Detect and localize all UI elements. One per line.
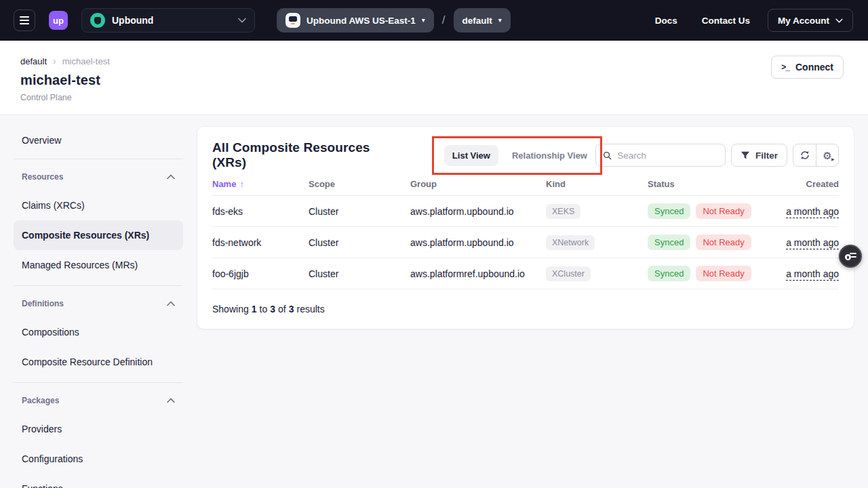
table-row[interactable]: foo-6jgjb Cluster aws.platformref.upboun… [212, 258, 839, 289]
my-account-dropdown[interactable]: My Account [768, 9, 853, 32]
organization-dropdown[interactable]: Upbound [81, 8, 255, 33]
group-dropdown[interactable]: default ▾ [454, 8, 511, 33]
page-header: default › michael-test michael-test Cont… [0, 41, 868, 115]
created-tooltip-text[interactable]: a month ago [786, 206, 839, 217]
search-input[interactable] [617, 150, 718, 161]
recorder-list-icon [845, 252, 856, 260]
created-tooltip-text[interactable]: a month ago [786, 268, 839, 279]
chevron-down-icon [238, 18, 246, 23]
column-header-name[interactable]: Name ↑ [212, 179, 309, 189]
sidebar-item-compositions[interactable]: Compositions [14, 317, 183, 347]
cell-name[interactable]: fds-network [212, 237, 309, 248]
kind-badge: XNetwork [546, 235, 595, 250]
tab-list-view[interactable]: List View [444, 145, 498, 166]
breadcrumb-default[interactable]: default [20, 56, 47, 66]
panel-toolbar: Filter ⚙ [595, 144, 839, 167]
top-navigation-bar: up Upbound Upbound AWS US-East-1 ▾ / def… [0, 0, 868, 41]
kind-badge: XCluster [546, 266, 591, 281]
page-title: michael-test [20, 73, 844, 88]
summary-from: 1 [252, 304, 257, 314]
status-badge-synced: Synced [648, 203, 690, 219]
refresh-controls: ⚙ [793, 144, 839, 167]
column-header-status[interactable]: Status [648, 179, 776, 189]
cell-group: aws.platform.upbound.io [410, 206, 546, 217]
sidebar-section-packages[interactable]: Packages [14, 387, 183, 414]
menu-icon[interactable] [14, 9, 35, 31]
filter-label: Filter [755, 150, 778, 161]
organization-avatar-icon [90, 13, 105, 28]
status-badge-not-ready: Not Ready [696, 235, 751, 250]
cell-group: aws.platform.upbound.io [410, 237, 546, 248]
column-header-scope[interactable]: Scope [309, 179, 410, 189]
refresh-button[interactable] [793, 144, 816, 166]
chevron-up-icon [167, 398, 175, 403]
summary-text: to [260, 304, 268, 314]
filter-button[interactable]: Filter [731, 144, 787, 167]
tab-relationship-view[interactable]: Relationship View [504, 145, 595, 166]
cell-name[interactable]: foo-6jgjb [212, 268, 309, 279]
my-account-label: My Account [778, 16, 829, 26]
feedback-widget-button[interactable] [839, 245, 862, 268]
breadcrumb: default › michael-test [20, 56, 844, 66]
created-tooltip-text[interactable]: a month ago [786, 237, 839, 248]
connect-label: Connect [795, 62, 833, 73]
cell-created: a month ago [776, 237, 839, 248]
refresh-icon [800, 150, 810, 161]
cell-group: aws.platformref.upbound.io [410, 268, 546, 279]
sidebar-item-composite-resources-xrs[interactable]: Composite Resources (XRs) [14, 220, 183, 250]
upbound-logo[interactable]: up [49, 11, 68, 30]
sidebar-section-definitions[interactable]: Definitions [14, 290, 183, 317]
organization-name: Upbound [112, 15, 231, 26]
search-icon [603, 150, 612, 161]
sidebar-item-configurations[interactable]: Configurations [14, 444, 183, 474]
sidebar-section-label: Packages [22, 396, 59, 405]
view-toggle: List View Relationship View [444, 145, 595, 166]
sidebar: Overview Resources Claims (XRCs) Composi… [14, 126, 183, 488]
cell-name[interactable]: fds-eks [212, 206, 309, 217]
column-header-created[interactable]: Created [776, 179, 839, 189]
connect-button[interactable]: >_ Connect [771, 56, 844, 79]
sidebar-item-overview[interactable]: Overview [14, 127, 183, 153]
cell-scope: Cluster [309, 237, 410, 248]
cell-status: Synced Not Ready [648, 266, 776, 281]
sidebar-item-managed-resources-mrs[interactable]: Managed Resources (MRs) [14, 250, 183, 280]
table-row[interactable]: fds-eks Cluster aws.platform.upbound.io … [212, 196, 839, 227]
sidebar-divider [14, 285, 183, 286]
table-header: Name ↑ Scope Group Kind Status Created [212, 173, 839, 196]
summary-total: 3 [289, 304, 294, 314]
sidebar-item-functions[interactable]: Functions [14, 474, 183, 488]
cell-scope: Cluster [309, 206, 410, 217]
control-plane-dropdown[interactable]: Upbound AWS US-East-1 ▾ [277, 8, 434, 33]
search-box [595, 144, 726, 167]
panel-header: All Composite Resources (XRs) List View … [212, 140, 839, 170]
cell-status: Synced Not Ready [648, 203, 776, 219]
panel-title: All Composite Resources (XRs) [212, 140, 397, 170]
page-subtitle: Control Plane [20, 93, 844, 102]
gear-play-icon: ⚙ [823, 150, 831, 161]
docs-link[interactable]: Docs [655, 16, 677, 26]
control-plane-icon [285, 13, 300, 28]
contact-us-link[interactable]: Contact Us [702, 16, 750, 26]
group-name: default [462, 16, 492, 26]
sidebar-item-composite-resource-definition[interactable]: Composite Resource Definition [14, 347, 183, 377]
column-header-group[interactable]: Group [410, 179, 546, 189]
chevron-down-icon [835, 18, 843, 23]
cell-status: Synced Not Ready [648, 235, 776, 250]
column-header-kind[interactable]: Kind [546, 179, 648, 189]
table-row[interactable]: fds-network Cluster aws.platform.upbound… [212, 227, 839, 258]
auto-refresh-settings-button[interactable]: ⚙ [816, 144, 838, 166]
summary-text: of [278, 304, 286, 314]
sidebar-section-label: Resources [22, 172, 63, 182]
status-badge-synced: Synced [648, 266, 690, 281]
summary-text: Showing [212, 304, 249, 314]
funnel-icon [741, 151, 750, 160]
breadcrumb-michael-test: michael-test [62, 56, 110, 66]
sidebar-section-label: Definitions [22, 299, 64, 308]
terminal-icon: >_ [781, 62, 789, 72]
sidebar-section-resources[interactable]: Resources [14, 163, 183, 190]
sidebar-item-providers[interactable]: Providers [14, 414, 183, 444]
content-area: Overview Resources Claims (XRCs) Composi… [0, 115, 868, 488]
sidebar-item-claims-xrcs[interactable]: Claims (XRCs) [14, 190, 183, 220]
composite-resources-panel: All Composite Resources (XRs) List View … [197, 126, 854, 329]
chevron-up-icon [167, 301, 175, 306]
